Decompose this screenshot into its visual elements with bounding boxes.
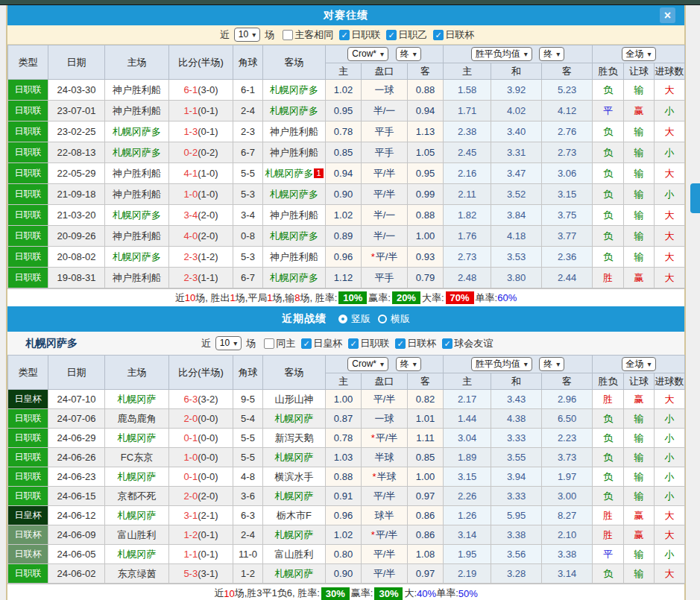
odds-home-win: 2.11 (444, 184, 491, 205)
checked-checkbox[interactable]: ✓ (386, 30, 397, 40)
wdl-average-select[interactable]: 胜平负均值▾ (471, 357, 532, 371)
halftime-score: (0-1) (198, 105, 218, 116)
result-handicap-cell: 输 (624, 409, 655, 429)
side-panel-tab[interactable] (690, 183, 700, 213)
match-date: 24-06-15 (48, 487, 105, 506)
scope-select[interactable]: 全场▾ (622, 357, 656, 371)
odds-draw: 3.33 (491, 487, 542, 506)
away-team-cell: 新泻天鹅 (263, 429, 326, 448)
close-icon[interactable]: × (660, 7, 675, 23)
ah-home-odds: 0.89 (326, 226, 362, 247)
result-over-under-cell: 大 (655, 268, 685, 288)
wdl-time-select[interactable]: 终▾ (539, 357, 564, 371)
away-team-cell: 栃木市F (263, 506, 326, 525)
wdl-time-select-value: 终 (543, 48, 552, 60)
corner-score: 5-5 (233, 448, 263, 467)
unchecked-checkbox[interactable] (283, 30, 293, 40)
recent-count-select[interactable]: 10▾ (215, 336, 242, 350)
scope-select[interactable]: 全场▾ (622, 47, 656, 61)
ah-line-text: 一球 (375, 413, 394, 424)
result-wdl: 胜 (603, 272, 613, 283)
score-cell: 4-0(2-0) (169, 226, 233, 247)
result-over-under: 大 (665, 251, 675, 262)
league-type-badge: 日皇杯 (8, 506, 48, 525)
result-handicap-cell: 输 (624, 487, 655, 506)
checked-checkbox[interactable]: ✓ (301, 338, 312, 349)
away-team-cell: 札幌冈萨多 (263, 101, 326, 121)
recent-summary: 近10场,胜3平1负6, 胜率: 30% 赢率: 30% 大:40% 单率:50… (7, 584, 684, 600)
odds-time-select[interactable]: 终▾ (396, 357, 421, 371)
league-type-badge: 日职联 (8, 142, 48, 163)
score-cell: 4-1(1-0) (169, 163, 233, 184)
halftime-score: (0-0) (198, 432, 218, 443)
subcol-goals: 进球数 (655, 373, 685, 390)
corner-score: 5-4 (233, 409, 263, 429)
match-date: 22-08-13 (48, 142, 105, 163)
selected-radio[interactable] (338, 315, 347, 323)
fulltime-score: 6-1 (183, 84, 198, 95)
away-team-cell: 山形山神 (263, 390, 326, 409)
filter-checkbox-label: 主客相同 (294, 28, 333, 42)
subcol-ah-home: 主 (326, 63, 362, 80)
result-over-under: 大 (665, 230, 675, 241)
col-header-home: 主场 (105, 356, 169, 390)
result-handicap: 输 (634, 452, 644, 463)
recent-count-select[interactable]: 10▾ (234, 28, 260, 42)
recent-count-value: 10 (220, 338, 230, 349)
result-over-under-cell: 大 (655, 80, 685, 101)
checked-checkbox[interactable]: ✓ (339, 30, 350, 40)
filter-count-prefix: 近 (220, 28, 230, 42)
summary-badge-red: 70% (446, 291, 474, 304)
unselected-radio[interactable] (378, 315, 387, 323)
bookmaker-select[interactable]: Crow*▾ (347, 357, 388, 371)
wdl-average-select[interactable]: 胜平负均值▾ (471, 47, 532, 61)
ah-away-odds: 0.85 (408, 448, 444, 467)
ah-away-odds: 1.13 (408, 121, 444, 142)
halftime-score: (0-1) (198, 549, 218, 560)
ah-line: 平/半 (362, 487, 408, 506)
checked-checkbox[interactable]: ✓ (442, 338, 453, 349)
chevron-down-icon: ▾ (648, 359, 652, 370)
home-team: 鹿岛鹿角 (118, 413, 157, 424)
checked-checkbox[interactable]: ✓ (433, 30, 444, 40)
ah-home-odds: 1.02 (326, 205, 362, 226)
ah-home-odds: 0.90 (326, 184, 362, 205)
subcol-result: 胜负 (593, 373, 624, 390)
chevron-down-icon: ▾ (233, 338, 237, 349)
fulltime-score: 3-1 (183, 510, 198, 521)
away-team: 札幌冈萨多 (265, 168, 313, 179)
odds-draw: 3.43 (491, 390, 542, 409)
result-wdl: 平 (603, 105, 613, 116)
result-handicap-cell: 赢 (624, 525, 655, 545)
subcol-goals: 进球数 (655, 63, 685, 80)
unchecked-checkbox[interactable] (264, 338, 274, 349)
odds-home-win: 2.73 (444, 247, 491, 268)
ah-away-odds: 0.95 (408, 163, 444, 184)
bookmaker-select[interactable]: Crow*▾ (347, 47, 388, 61)
chevron-down-icon: ▾ (524, 359, 528, 370)
result-wdl-cell: 胜 (593, 506, 624, 525)
summary-text: 单率: (436, 587, 458, 600)
checked-checkbox[interactable]: ✓ (395, 338, 406, 349)
away-team-cell: 札幌冈萨 (263, 448, 326, 467)
match-date: 24-06-29 (48, 429, 105, 448)
ah-line-text: 平手 (375, 126, 394, 137)
recent-titlebar: 近期战绩 竖版横版 (7, 306, 684, 332)
ah-away-odds: 0.99 (408, 184, 444, 205)
home-team: 东京绿茵 (118, 568, 157, 579)
odds-time-select[interactable]: 终▾ (396, 47, 421, 61)
wdl-time-select[interactable]: 终▾ (539, 47, 564, 61)
corner-score: 11-0 (233, 545, 263, 564)
ah-line-text: 一球 (375, 84, 394, 95)
halftime-score: (3-0) (198, 84, 218, 95)
odds-away-win: 3.15 (542, 184, 593, 205)
score-cell: 5-3(3-1) (169, 564, 233, 584)
halftime-score: (1-0) (198, 189, 218, 200)
match-row: 日职联24-06-02东京绿茵5-3(3-1)1-2札幌冈萨0.90平/半0.9… (8, 564, 685, 584)
home-team: 富山胜利 (118, 529, 157, 540)
halftime-score: (0-1) (198, 126, 218, 137)
result-handicap-cell: 赢 (624, 101, 655, 121)
league-type-badge: 日职联 (8, 487, 48, 506)
checked-checkbox[interactable]: ✓ (348, 338, 359, 349)
home-team-cell: 札幌冈萨 (105, 390, 169, 409)
